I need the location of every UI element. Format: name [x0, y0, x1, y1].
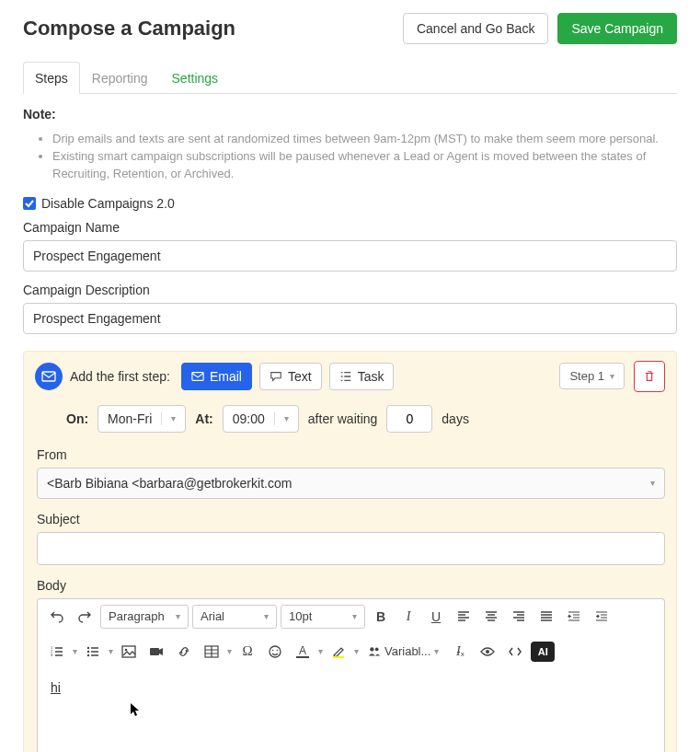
campaign-description-label: Campaign Description [23, 283, 677, 297]
text-color-button[interactable]: A [291, 640, 315, 664]
align-right-icon [512, 610, 525, 623]
align-justify-button[interactable] [534, 605, 558, 629]
outdent-button[interactable] [562, 605, 586, 629]
chevron-down-icon: ▾ [171, 413, 176, 423]
unordered-list-icon [86, 645, 99, 658]
insert-link-button[interactable] [172, 640, 196, 664]
note-heading: Note: [23, 107, 677, 121]
subject-label: Subject [37, 512, 665, 526]
chevron-down-icon: ▾ [352, 611, 357, 621]
schedule-row: On: Mon-Fri ▾ At: 09:00 ▾ after waiting … [66, 405, 665, 433]
paragraph-select[interactable]: Paragraph▾ [100, 605, 189, 629]
chevron-down-icon[interactable]: ▾ [109, 646, 113, 656]
step-type-task[interactable]: Task [329, 363, 395, 390]
eye-icon [480, 644, 495, 659]
table-icon [204, 644, 219, 659]
svg-point-9 [125, 648, 128, 651]
italic-button[interactable]: I [396, 605, 420, 629]
tab-reporting[interactable]: Reporting [80, 62, 160, 94]
subject-input[interactable] [37, 532, 665, 565]
insert-video-button[interactable] [144, 640, 168, 664]
campaign-description-input[interactable] [23, 303, 677, 334]
align-justify-icon [540, 610, 553, 623]
svg-point-13 [272, 649, 274, 651]
align-center-button[interactable] [479, 605, 503, 629]
save-campaign-button[interactable]: Save Campaign [557, 13, 677, 44]
special-char-button[interactable]: Ω [235, 640, 259, 664]
indent-button[interactable] [590, 605, 614, 629]
svg-point-14 [277, 649, 279, 651]
mouse-cursor-icon [130, 702, 141, 717]
image-icon [121, 644, 136, 659]
step-type-text-label: Text [288, 369, 312, 384]
trash-icon [643, 370, 656, 383]
delete-step-button[interactable] [634, 361, 665, 392]
svg-point-5 [87, 646, 89, 648]
tab-settings[interactable]: Settings [160, 62, 231, 94]
check-icon [25, 199, 34, 208]
svg-rect-10 [150, 648, 159, 655]
preview-button[interactable] [476, 640, 499, 664]
insert-table-button[interactable] [200, 640, 224, 664]
font-size-value: 10pt [289, 609, 312, 623]
font-select[interactable]: Arial▾ [192, 605, 277, 629]
svg-point-12 [270, 646, 281, 657]
variables-button[interactable]: Variabl... ▾ [362, 640, 444, 664]
at-time-value: 09:00 [233, 411, 265, 426]
svg-rect-0 [42, 372, 55, 381]
editor-toolbar: Paragraph▾ Arial▾ 10pt▾ B I U 123 ▾ ▾ [37, 598, 665, 669]
insert-image-button[interactable] [117, 640, 141, 664]
note-item: Drip emails and texts are sent at random… [52, 131, 677, 148]
add-first-step-label: Add the first step: [70, 369, 170, 384]
emoji-icon [268, 644, 282, 659]
redo-icon [77, 609, 92, 624]
link-icon [177, 644, 191, 659]
undo-button[interactable] [45, 605, 69, 629]
emoji-button[interactable] [263, 640, 287, 664]
clear-formatting-button[interactable]: Ix [448, 640, 472, 664]
campaign-name-input[interactable] [23, 240, 677, 272]
bold-button[interactable]: B [369, 605, 393, 629]
chevron-down-icon[interactable]: ▾ [318, 646, 323, 656]
tab-steps[interactable]: Steps [23, 62, 80, 94]
highlight-button[interactable] [327, 640, 350, 664]
from-select[interactable]: <Barb Bibiana <barbara@getbrokerkit.com … [37, 468, 665, 499]
chevron-down-icon: ▾ [610, 371, 614, 381]
svg-rect-1 [192, 372, 203, 380]
code-view-button[interactable] [503, 640, 527, 664]
undo-icon [50, 609, 64, 624]
on-label: On: [66, 411, 88, 426]
redo-button[interactable] [73, 605, 97, 629]
svg-point-7 [87, 654, 89, 655]
at-time-select[interactable]: 09:00 ▾ [223, 405, 299, 433]
align-left-button[interactable] [452, 605, 476, 629]
wait-days-input[interactable] [386, 405, 432, 433]
cancel-button[interactable]: Cancel and Go Back [403, 13, 548, 44]
svg-point-6 [87, 650, 89, 652]
on-days-select[interactable]: Mon-Fri ▾ [98, 405, 186, 433]
envelope-badge-icon [35, 363, 63, 390]
highlight-icon [331, 644, 346, 659]
align-right-button[interactable] [507, 605, 531, 629]
font-size-select[interactable]: 10pt▾ [281, 605, 365, 629]
disable-campaigns-checkbox[interactable] [23, 197, 36, 210]
chevron-down-icon[interactable]: ▾ [73, 646, 77, 656]
list-icon [339, 370, 352, 383]
step-type-text[interactable]: Text [259, 363, 322, 390]
chevron-down-icon: ▾ [434, 646, 439, 656]
ordered-list-button[interactable]: 123 [45, 640, 69, 664]
editor-body[interactable]: hi [37, 669, 665, 752]
chevron-down-icon[interactable]: ▾ [227, 646, 232, 656]
chevron-down-icon[interactable]: ▾ [354, 646, 359, 656]
underline-button[interactable]: U [424, 605, 448, 629]
days-label: days [442, 411, 469, 426]
unordered-list-button[interactable] [81, 640, 105, 664]
variables-label: Variabl... [384, 644, 430, 658]
svg-point-18 [486, 650, 489, 654]
step-type-email[interactable]: Email [181, 363, 252, 390]
step-panel: Add the first step: Email Text Task Step… [23, 351, 677, 752]
ai-button[interactable]: AI [531, 642, 555, 662]
step-type-email-label: Email [210, 369, 242, 384]
step-selector[interactable]: Step 1 ▾ [559, 363, 625, 389]
page-title: Compose a Campaign [23, 17, 235, 40]
